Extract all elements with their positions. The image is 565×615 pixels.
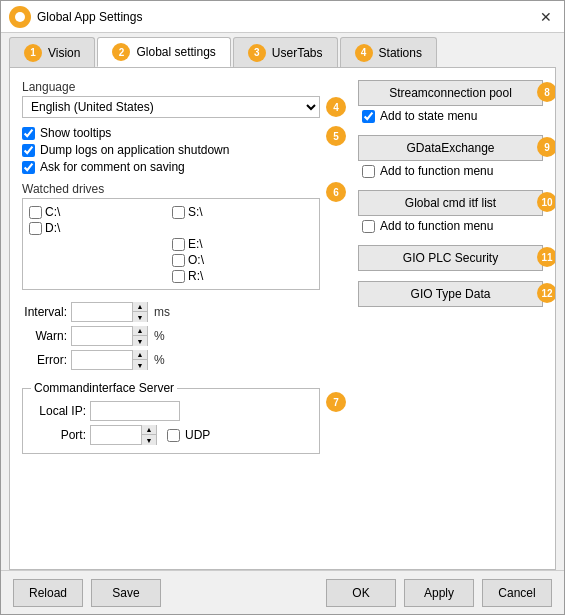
left-panel: Language English (United States) 4 Show … [22,80,346,557]
ok-button[interactable]: OK [326,579,396,607]
section-8-badge: 8 [537,82,556,102]
stream-group: Streamconnection pool Add to state menu … [358,80,543,125]
apply-button[interactable]: Apply [404,579,474,607]
tab-global-settings-label: Global settings [136,45,215,59]
error-spin-buttons: ▲ ▼ [132,350,147,370]
language-select-row: English (United States) 4 [22,96,346,118]
error-input[interactable]: 95.0 [72,351,132,369]
gdata-add-function-checkbox[interactable] [362,165,375,178]
watched-drives-section: Watched drives C:\ S:\ [22,182,346,290]
section-7-badge: 7 [326,392,346,412]
stream-button[interactable]: Streamconnection pool [358,80,543,106]
drives-grid: C:\ S:\ D:\ [29,205,313,283]
drive-o-label: O:\ [188,253,204,267]
tab-usertabs[interactable]: 3 UserTabs [233,37,338,67]
app-icon [9,6,31,28]
gcmd-button[interactable]: Global cmd itf list [358,190,543,216]
tab-bar: 1 Vision 2 Global settings 3 UserTabs 4 … [1,33,564,67]
gcmd-add-function-checkbox[interactable] [362,220,375,233]
port-spin-down[interactable]: ▼ [142,435,156,445]
udp-label: UDP [185,428,210,442]
gcmd-group: Global cmd itf list Add to function menu… [358,190,543,235]
gio-plc-group: GIO PLC Security 11 [358,245,543,271]
drive-s-checkbox[interactable] [172,206,185,219]
tab-vision-label: Vision [48,46,80,60]
warn-input[interactable]: 80.0 [72,327,132,345]
tab-global-settings[interactable]: 2 Global settings [97,37,230,67]
bottom-bar: Reload Save OK Apply Cancel [1,570,564,614]
drive-s-label: S:\ [188,205,203,219]
gio-type-button[interactable]: GIO Type Data [358,281,543,307]
app-window: Global App Settings ✕ 1 Vision 2 Global … [0,0,565,615]
error-spin-down[interactable]: ▼ [133,360,147,370]
error-spinner: 95.0 ▲ ▼ [71,350,148,370]
gdata-add-function-label: Add to function menu [380,164,493,178]
section-12-badge: 12 [537,283,556,303]
drive-c-checkbox[interactable] [29,206,42,219]
drive-r-checkbox[interactable] [172,270,185,283]
cmd-server-title: Commandinterface Server [31,381,177,395]
ask-comment-row: Ask for comment on saving [22,160,320,174]
port-label: Port: [31,428,86,442]
drive-d-checkbox[interactable] [29,222,42,235]
warn-label: Warn: [22,329,67,343]
warn-spin-buttons: ▲ ▼ [132,326,147,346]
port-spinner: 12345 ▲ ▼ [90,425,157,445]
section-11-badge: 11 [537,247,556,267]
language-select[interactable]: English (United States) [22,96,320,118]
ask-comment-checkbox[interactable] [22,161,35,174]
show-tooltips-checkbox[interactable] [22,127,35,140]
tab-stations[interactable]: 4 Stations [340,37,437,67]
error-label: Error: [22,353,67,367]
gdata-button[interactable]: GDataExchange [358,135,543,161]
drive-o-checkbox[interactable] [172,254,185,267]
port-spin-up[interactable]: ▲ [142,425,156,435]
window-title: Global App Settings [37,10,536,24]
drive-e-label: E:\ [188,237,203,251]
save-button[interactable]: Save [91,579,161,607]
udp-checkbox[interactable] [167,429,180,442]
section-4-badge: 4 [326,97,346,117]
section-10-badge: 10 [537,192,556,212]
section-9-badge: 9 [537,137,556,157]
cancel-button[interactable]: Cancel [482,579,552,607]
local-ip-label: Local IP: [31,404,86,418]
drive-c-label: C:\ [45,205,60,219]
gcmd-add-function-label: Add to function menu [380,219,493,233]
main-content: Language English (United States) 4 Show … [9,67,556,570]
drive-d: D:\ [29,221,170,235]
gio-plc-button[interactable]: GIO PLC Security [358,245,543,271]
warn-unit: % [154,329,165,343]
interval-spin-down[interactable]: ▼ [133,312,147,322]
interval-spin-buttons: ▲ ▼ [132,302,147,322]
cmd-server-section: Commandinterface Server Local IP: 127.0.… [22,378,346,454]
close-button[interactable]: ✕ [536,7,556,27]
tab-global-settings-number: 2 [112,43,130,61]
drive-r-label: R:\ [188,269,203,283]
interval-input[interactable]: 10000 [72,303,132,321]
tab-stations-number: 4 [355,44,373,62]
watched-drives-label: Watched drives [22,182,320,196]
warn-row: Warn: 80.0 ▲ ▼ % [22,326,346,346]
port-input[interactable]: 12345 [91,426,141,444]
drives-box: C:\ S:\ D:\ [22,198,320,290]
watched-drives-inner: Watched drives C:\ S:\ [22,182,320,290]
title-bar: Global App Settings ✕ [1,1,564,33]
error-row: Error: 95.0 ▲ ▼ % [22,350,346,370]
gdata-group: GDataExchange Add to function menu 9 [358,135,543,180]
dump-logs-checkbox[interactable] [22,144,35,157]
drive-e-checkbox[interactable] [172,238,185,251]
error-spin-up[interactable]: ▲ [133,350,147,360]
local-ip-input[interactable]: 127.0.0.2 [90,401,180,421]
stream-add-state-checkbox[interactable] [362,110,375,123]
warn-spin-up[interactable]: ▲ [133,326,147,336]
drive-c: C:\ [29,205,170,219]
language-section: Language English (United States) 4 [22,80,346,118]
interval-spin-up[interactable]: ▲ [133,302,147,312]
stream-add-state-label: Add to state menu [380,109,477,123]
cmd-server-box: Commandinterface Server Local IP: 127.0.… [22,388,320,454]
reload-button[interactable]: Reload [13,579,83,607]
warn-spin-down[interactable]: ▼ [133,336,147,346]
interval-unit: ms [154,305,170,319]
tab-vision[interactable]: 1 Vision [9,37,95,67]
